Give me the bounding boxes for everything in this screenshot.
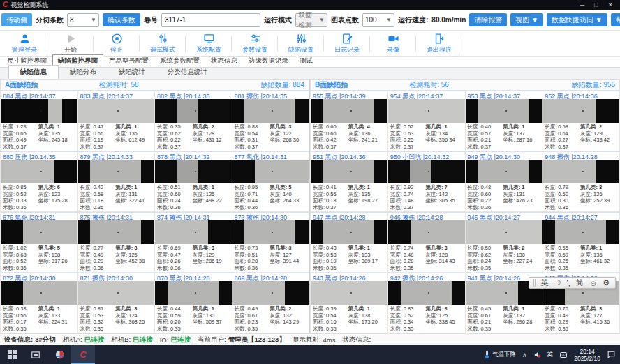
defect-cell[interactable]: 948 擦伤 |20:14:28 长度:0.79 宽度:0.50 面积:0.30… — [542, 151, 620, 212]
defect-image[interactable] — [311, 220, 388, 244]
defect-cell[interactable]: 880 压伤 |20:14:35 长度:0.85 宽度:0.52 面积:0.33… — [1, 151, 78, 212]
debug-mode-button[interactable]: 调试模式 — [140, 31, 186, 56]
slit-count-select[interactable]: 8 ▼ — [67, 13, 99, 27]
parameter-settings-button[interactable]: 参数设置 — [232, 31, 278, 56]
defect-cell[interactable]: 882 黑点 |20:14:35 长度:0.35 宽度:0.62 面积:0.22… — [155, 91, 232, 151]
start-menu-button[interactable] — [0, 345, 24, 364]
defect-cell[interactable]: 873 擦伤 |20:14:30 长度:0.73 宽度:0.51 面积:0.28… — [232, 212, 310, 273]
defect-image[interactable] — [542, 99, 619, 123]
subtab-defect-statistics[interactable]: 缺陷统计 — [108, 66, 156, 79]
taskbar-clock[interactable]: 20:14 2025/2/10 — [574, 348, 600, 362]
subtab-defect-distribution[interactable]: 缺陷分布 — [59, 66, 108, 79]
chart-points-select[interactable]: 100 ▼ — [362, 13, 394, 27]
close-button[interactable]: ✕ — [607, 1, 613, 8]
defect-image[interactable] — [466, 220, 542, 244]
defect-image[interactable] — [542, 220, 619, 244]
defect-cell[interactable]: 954 黑点 |20:14:37 长度:0.52 宽度:0.63 面积:0.25… — [388, 91, 466, 151]
defect-image[interactable] — [466, 160, 542, 183]
help-menu-button[interactable]: 帮助 ▼ — [611, 13, 620, 26]
defect-cell[interactable]: 951 黑点 |20:14:36 长度:0.41 宽度:0.55 面积:0.18… — [311, 151, 388, 212]
defect-image[interactable] — [232, 281, 309, 305]
defect-image[interactable] — [78, 281, 155, 305]
defect-image[interactable] — [1, 160, 78, 183]
defect-settings-button[interactable]: 缺陷设置 — [278, 31, 324, 56]
defect-cell[interactable]: 883 黑点 |20:14:37 长度:0.47 宽度:0.66 面积:0.19… — [78, 91, 156, 151]
tray-expand-chevron[interactable]: ∧ — [522, 351, 527, 358]
defect-image[interactable] — [542, 160, 619, 183]
defect-cell[interactable]: 953 黑点 |20:14:37 长度:0.46 宽度:0.57 面积:0.21… — [466, 91, 543, 151]
defect-cell[interactable]: 870 黑点 |20:14:28 长度:0.44 宽度:0.59 面积:0.20… — [155, 273, 232, 333]
confirm-count-button[interactable]: 确认条数 — [103, 13, 140, 26]
defect-cell[interactable]: 947 黑点 |20:14:28 长度:0.43 宽度:0.58 面积:0.19… — [311, 212, 388, 273]
defect-image[interactable] — [1, 99, 78, 123]
defect-image[interactable] — [388, 160, 465, 183]
defect-cell[interactable]: 871 擦伤 |20:14:30 长度:0.81 宽度:0.53 面积:0.32… — [78, 273, 156, 333]
defect-cell[interactable]: 877 氧化 |20:14:31 长度:0.95 宽度:0.71 面积:0.44… — [232, 151, 310, 212]
subtab-class-info-statistics[interactable]: 分类信息统计 — [156, 66, 219, 79]
defect-image[interactable] — [388, 99, 465, 123]
task-view-button[interactable] — [24, 345, 47, 364]
defect-cell[interactable]: 950 小凹坑 |20:14:32 长度:0.92 宽度:0.74 面积:0.4… — [388, 151, 466, 212]
maximize-button[interactable]: □ — [594, 1, 598, 8]
ime-language-indicator[interactable]: 英 — [547, 351, 554, 359]
ime-mode-button[interactable] — [559, 351, 568, 359]
ime-moon-icon[interactable]: ☽ — [554, 278, 561, 287]
system-config-button[interactable]: 系统配置 — [186, 31, 232, 56]
clear-alarm-button[interactable]: 清除报警 — [469, 13, 507, 26]
stop-button[interactable]: 停止 — [94, 31, 140, 56]
exit-program-button[interactable]: 退出程序 — [416, 31, 462, 56]
ime-emoji-button[interactable]: ☺ — [589, 279, 597, 287]
defect-cell[interactable]: 881 擦伤 |20:14:35 长度:0.88 宽度:0.54 面积:0.31… — [232, 91, 310, 151]
drive-side-button[interactable]: 传动侧 — [1, 13, 32, 26]
notification-center-button[interactable] — [607, 350, 616, 359]
defect-image[interactable] — [388, 281, 465, 305]
defect-image[interactable] — [311, 99, 388, 123]
defect-cell[interactable]: 869 黑点 |20:14:28 长度:0.49 宽度:0.61 面积:0.23… — [232, 273, 310, 333]
roll-number-input[interactable] — [161, 13, 260, 27]
defect-cell[interactable]: 875 擦伤 |20:14:31 长度:0.77 宽度:0.49 面积:0.29… — [78, 212, 156, 273]
defect-image[interactable] — [155, 160, 232, 183]
defect-image[interactable] — [1, 281, 78, 305]
defect-cell[interactable]: 872 黑点 |20:14:30 长度:0.38 宽度:0.56 面积:0.17… — [1, 273, 78, 333]
admin-login-button[interactable]: 管理登录 — [1, 31, 47, 56]
defect-cell[interactable]: 874 擦伤 |20:14:31 长度:0.69 宽度:0.47 面积:0.26… — [155, 212, 232, 273]
ime-simplified-toggle[interactable]: 简 — [576, 278, 584, 288]
defect-image[interactable] — [78, 220, 155, 244]
defect-cell[interactable]: 952 黑点 |20:14:36 长度:0.58 宽度:0.64 面积:0.27… — [542, 91, 620, 151]
defect-cell[interactable]: 949 黑点 |20:14:30 长度:0.48 宽度:0.60 面积:0.22… — [466, 151, 543, 212]
defect-image[interactable] — [1, 220, 78, 244]
defect-cell[interactable]: 884 黑点 |20:14:37 长度:1.23 宽度:0.65 面积:0.49… — [1, 91, 78, 151]
defect-image[interactable] — [311, 281, 388, 305]
weather-tray-item[interactable]: 气温下降 — [484, 350, 516, 359]
defect-cell[interactable]: 955 黑点 |20:14:39 长度:0.66 宽度:0.66 面积:0.42… — [311, 91, 388, 151]
defect-cell[interactable]: 943 黑点 |20:14:26 长度:0.39 宽度:0.54 面积:0.16… — [311, 273, 388, 333]
defect-image[interactable] — [155, 99, 232, 123]
defect-cell[interactable]: 946 擦伤 |20:14:28 长度:0.74 宽度:0.48 面积:0.28… — [388, 212, 466, 273]
start-button[interactable]: 开始 — [47, 31, 94, 56]
defect-image[interactable] — [232, 220, 309, 244]
defect-image[interactable] — [78, 160, 155, 183]
data-quick-access-menu-button[interactable]: 数据快捷访问 ▼ — [547, 13, 607, 26]
taskbar-app-vision-system[interactable]: C — [71, 345, 95, 364]
defect-cell[interactable]: 944 黑点 |20:14:27 长度:0.55 宽度:0.59 面积:0.26… — [542, 212, 620, 273]
subtab-defect-info[interactable]: 缺陷信息 — [8, 65, 59, 79]
defect-cell[interactable]: 879 黑点 |20:14:33 长度:0.42 宽度:0.58 面积:0.18… — [78, 151, 156, 212]
defect-image[interactable] — [78, 99, 155, 123]
taskbar-app-browser[interactable] — [47, 345, 71, 364]
defect-image[interactable] — [232, 160, 309, 183]
defect-image[interactable] — [388, 220, 465, 244]
defect-cell[interactable]: 878 黑点 |20:14:32 长度:0.51 宽度:0.60 面积:0.24… — [155, 151, 232, 212]
record-video-button[interactable]: 录像 — [370, 31, 416, 56]
view-menu-button[interactable]: 视图 ▼ — [510, 13, 543, 26]
ime-settings-gear-icon[interactable]: ⚙ — [603, 278, 610, 287]
defect-image[interactable] — [466, 99, 542, 123]
defect-image[interactable] — [155, 281, 232, 305]
ime-lang-toggle[interactable]: 英 — [541, 278, 549, 288]
volume-button[interactable] — [533, 351, 541, 358]
defect-cell[interactable]: 876 氧化 |20:14:31 长度:1.02 宽度:0.68 面积:0.52… — [1, 212, 78, 273]
log-record-button[interactable]: 日志记录 — [324, 31, 370, 56]
run-mode-select[interactable]: 双面检测 ▼ — [295, 13, 327, 27]
defect-image[interactable] — [155, 220, 232, 244]
defect-image[interactable] — [232, 99, 309, 123]
minimize-button[interactable]: ─ — [580, 1, 584, 8]
